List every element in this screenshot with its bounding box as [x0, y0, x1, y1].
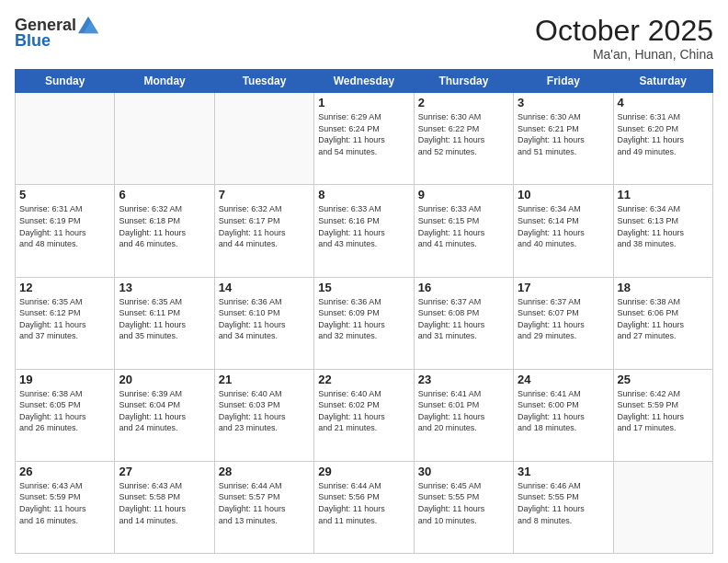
table-row: 8Sunrise: 6:33 AM Sunset: 6:16 PM Daylig…	[314, 185, 414, 277]
day-number: 19	[19, 373, 110, 386]
header-friday: Friday	[514, 70, 613, 93]
day-number: 7	[219, 188, 310, 201]
table-row: 9Sunrise: 6:33 AM Sunset: 6:15 PM Daylig…	[414, 185, 513, 277]
day-number: 10	[518, 188, 609, 201]
table-row: 23Sunrise: 6:41 AM Sunset: 6:01 PM Dayli…	[414, 369, 513, 461]
day-number: 17	[518, 281, 609, 294]
table-row: 17Sunrise: 6:37 AM Sunset: 6:07 PM Dayli…	[514, 277, 613, 369]
day-number: 12	[19, 281, 110, 294]
day-info: Sunrise: 6:41 AM Sunset: 6:01 PM Dayligh…	[418, 388, 509, 434]
day-number: 25	[618, 373, 709, 386]
table-row: 31Sunrise: 6:46 AM Sunset: 5:55 PM Dayli…	[514, 461, 613, 553]
day-number: 27	[119, 465, 210, 478]
day-info: Sunrise: 6:38 AM Sunset: 6:06 PM Dayligh…	[618, 296, 709, 342]
table-row: 3Sunrise: 6:30 AM Sunset: 6:21 PM Daylig…	[514, 93, 613, 185]
day-info: Sunrise: 6:33 AM Sunset: 6:16 PM Dayligh…	[318, 203, 409, 249]
day-number: 22	[318, 373, 409, 386]
table-row: 12Sunrise: 6:35 AM Sunset: 6:12 PM Dayli…	[16, 277, 115, 369]
table-row: 7Sunrise: 6:32 AM Sunset: 6:17 PM Daylig…	[214, 185, 313, 277]
day-info: Sunrise: 6:41 AM Sunset: 6:00 PM Dayligh…	[518, 388, 609, 434]
day-info: Sunrise: 6:36 AM Sunset: 6:09 PM Dayligh…	[318, 296, 409, 342]
header-thursday: Thursday	[414, 70, 513, 93]
table-row: 28Sunrise: 6:44 AM Sunset: 5:57 PM Dayli…	[214, 461, 313, 553]
day-info: Sunrise: 6:45 AM Sunset: 5:55 PM Dayligh…	[418, 480, 509, 526]
table-row: 1Sunrise: 6:29 AM Sunset: 6:24 PM Daylig…	[314, 93, 414, 185]
table-row: 16Sunrise: 6:37 AM Sunset: 6:08 PM Dayli…	[414, 277, 513, 369]
day-number: 15	[318, 281, 409, 294]
table-row	[115, 93, 214, 185]
day-info: Sunrise: 6:43 AM Sunset: 5:58 PM Dayligh…	[119, 480, 210, 526]
day-number: 16	[418, 281, 509, 294]
day-info: Sunrise: 6:29 AM Sunset: 6:24 PM Dayligh…	[318, 111, 409, 157]
table-row: 19Sunrise: 6:38 AM Sunset: 6:05 PM Dayli…	[16, 369, 115, 461]
header-wednesday: Wednesday	[314, 70, 414, 93]
day-number: 26	[19, 465, 110, 478]
table-row	[16, 93, 115, 185]
table-row	[214, 93, 313, 185]
day-number: 30	[418, 465, 509, 478]
table-row: 6Sunrise: 6:32 AM Sunset: 6:18 PM Daylig…	[115, 185, 214, 277]
table-row: 4Sunrise: 6:31 AM Sunset: 6:20 PM Daylig…	[613, 93, 712, 185]
day-number: 14	[219, 281, 310, 294]
day-info: Sunrise: 6:40 AM Sunset: 6:02 PM Dayligh…	[318, 388, 409, 434]
day-info: Sunrise: 6:32 AM Sunset: 6:17 PM Dayligh…	[219, 203, 310, 249]
table-row: 25Sunrise: 6:42 AM Sunset: 5:59 PM Dayli…	[613, 369, 712, 461]
table-row: 20Sunrise: 6:39 AM Sunset: 6:04 PM Dayli…	[115, 369, 214, 461]
day-info: Sunrise: 6:33 AM Sunset: 6:15 PM Dayligh…	[418, 203, 509, 249]
day-number: 21	[219, 373, 310, 386]
day-number: 18	[618, 281, 709, 294]
table-row: 22Sunrise: 6:40 AM Sunset: 6:02 PM Dayli…	[314, 369, 414, 461]
header-tuesday: Tuesday	[214, 70, 313, 93]
table-row: 24Sunrise: 6:41 AM Sunset: 6:00 PM Dayli…	[514, 369, 613, 461]
table-row: 5Sunrise: 6:31 AM Sunset: 6:19 PM Daylig…	[16, 185, 115, 277]
table-row: 13Sunrise: 6:35 AM Sunset: 6:11 PM Dayli…	[115, 277, 214, 369]
day-number: 4	[618, 96, 709, 109]
calendar-week-row: 1Sunrise: 6:29 AM Sunset: 6:24 PM Daylig…	[16, 93, 713, 185]
day-number: 8	[318, 188, 409, 201]
day-info: Sunrise: 6:37 AM Sunset: 6:07 PM Dayligh…	[518, 296, 609, 342]
table-row: 18Sunrise: 6:38 AM Sunset: 6:06 PM Dayli…	[613, 277, 712, 369]
calendar-week-row: 12Sunrise: 6:35 AM Sunset: 6:12 PM Dayli…	[16, 277, 713, 369]
month-title: October 2025	[535, 15, 713, 47]
day-number: 2	[418, 96, 509, 109]
day-info: Sunrise: 6:37 AM Sunset: 6:08 PM Dayligh…	[418, 296, 509, 342]
weekday-header-row: Sunday Monday Tuesday Wednesday Thursday…	[16, 70, 713, 93]
day-info: Sunrise: 6:42 AM Sunset: 5:59 PM Dayligh…	[618, 388, 709, 434]
day-number: 11	[618, 188, 709, 201]
day-info: Sunrise: 6:31 AM Sunset: 6:19 PM Dayligh…	[19, 203, 110, 249]
day-info: Sunrise: 6:44 AM Sunset: 5:57 PM Dayligh…	[219, 480, 310, 526]
day-info: Sunrise: 6:46 AM Sunset: 5:55 PM Dayligh…	[518, 480, 609, 526]
day-number: 31	[518, 465, 609, 478]
day-number: 1	[318, 96, 409, 109]
day-number: 3	[518, 96, 609, 109]
header-saturday: Saturday	[613, 70, 712, 93]
table-row: 11Sunrise: 6:34 AM Sunset: 6:13 PM Dayli…	[613, 185, 712, 277]
table-row: 2Sunrise: 6:30 AM Sunset: 6:22 PM Daylig…	[414, 93, 513, 185]
day-number: 13	[119, 281, 210, 294]
day-number: 23	[418, 373, 509, 386]
calendar-table: Sunday Monday Tuesday Wednesday Thursday…	[15, 69, 713, 554]
location: Ma'an, Hunan, China	[535, 47, 713, 62]
day-number: 24	[518, 373, 609, 386]
day-info: Sunrise: 6:43 AM Sunset: 5:59 PM Dayligh…	[19, 480, 110, 526]
day-number: 6	[119, 188, 210, 201]
table-row: 15Sunrise: 6:36 AM Sunset: 6:09 PM Dayli…	[314, 277, 414, 369]
day-number: 9	[418, 188, 509, 201]
table-row: 21Sunrise: 6:40 AM Sunset: 6:03 PM Dayli…	[214, 369, 313, 461]
calendar-week-row: 19Sunrise: 6:38 AM Sunset: 6:05 PM Dayli…	[16, 369, 713, 461]
table-row: 26Sunrise: 6:43 AM Sunset: 5:59 PM Dayli…	[16, 461, 115, 553]
table-row: 30Sunrise: 6:45 AM Sunset: 5:55 PM Dayli…	[414, 461, 513, 553]
day-number: 29	[318, 465, 409, 478]
table-row: 29Sunrise: 6:44 AM Sunset: 5:56 PM Dayli…	[314, 461, 414, 553]
day-info: Sunrise: 6:34 AM Sunset: 6:14 PM Dayligh…	[518, 203, 609, 249]
day-info: Sunrise: 6:34 AM Sunset: 6:13 PM Dayligh…	[618, 203, 709, 249]
header-sunday: Sunday	[16, 70, 115, 93]
day-info: Sunrise: 6:38 AM Sunset: 6:05 PM Dayligh…	[19, 388, 110, 434]
day-info: Sunrise: 6:40 AM Sunset: 6:03 PM Dayligh…	[219, 388, 310, 434]
day-info: Sunrise: 6:32 AM Sunset: 6:18 PM Dayligh…	[119, 203, 210, 249]
table-row: 27Sunrise: 6:43 AM Sunset: 5:58 PM Dayli…	[115, 461, 214, 553]
day-info: Sunrise: 6:36 AM Sunset: 6:10 PM Dayligh…	[219, 296, 310, 342]
logo-icon	[78, 15, 98, 35]
header: General Blue October 2025 Ma'an, Hunan, …	[15, 15, 713, 62]
day-info: Sunrise: 6:31 AM Sunset: 6:20 PM Dayligh…	[618, 111, 709, 157]
